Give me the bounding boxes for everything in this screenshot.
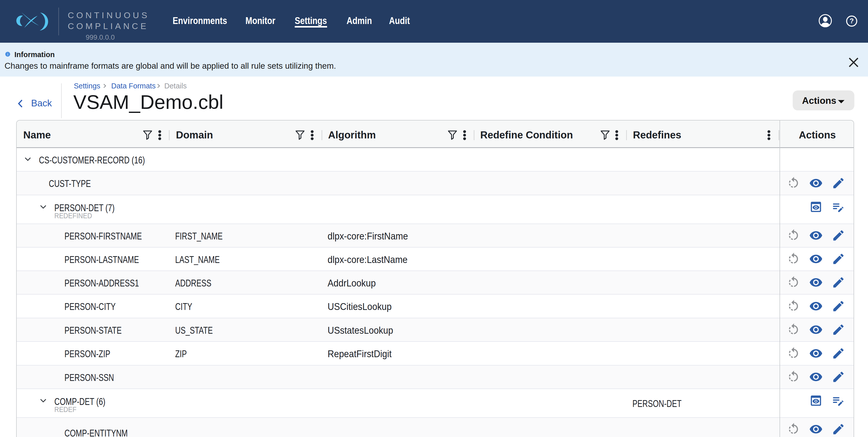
- svg-text:?: ?: [849, 17, 854, 25]
